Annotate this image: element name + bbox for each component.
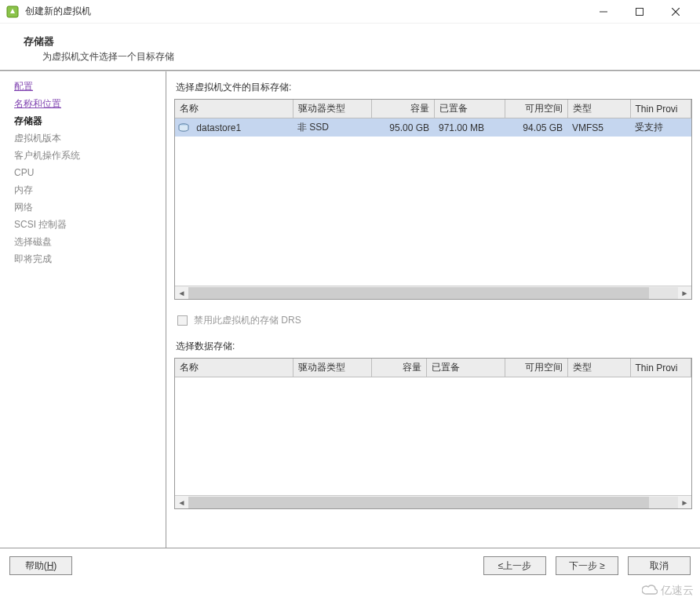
wizard-header: 存储器 为虚拟机文件选择一个目标存储 (0, 24, 700, 71)
minimize-button[interactable] (585, 0, 622, 24)
col-provisioned[interactable]: 已置备 (434, 100, 505, 118)
table-header-row: 名称 驱动器类型 容量 已置备 可用空间 类型 Thin Provi (175, 100, 691, 118)
cell-drive-type: 非 SSD (293, 118, 371, 137)
col-name[interactable]: 名称 (175, 359, 293, 377)
select-datastore-label: 选择数据存储: (176, 340, 692, 353)
sidebar-item-guest-os: 客户机操作系统 (14, 147, 166, 164)
table-empty-area (175, 377, 691, 495)
window-controls (585, 0, 694, 24)
cloud-icon (642, 585, 658, 598)
watermark: 亿速云 (642, 584, 694, 598)
wizard-steps-sidebar: 配置 名称和位置 存储器 虚拟机版本 客户机操作系统 CPU 内存 网络 SCS… (0, 71, 166, 548)
main-area: 配置 名称和位置 存储器 虚拟机版本 客户机操作系统 CPU 内存 网络 SCS… (0, 71, 700, 548)
table-header-row: 名称 驱动器类型 容量 已置备 可用空间 类型 Thin Provi (175, 359, 691, 377)
sidebar-item-disk: 选择磁盘 (14, 233, 166, 250)
cell-name: datastore1 (175, 118, 293, 137)
cell-capacity: 95.00 GB (371, 118, 434, 137)
col-type[interactable]: 类型 (567, 359, 630, 377)
button-bar: 帮助(H) ≤上一步 下一步 ≥ 取消 (0, 548, 700, 583)
next-button[interactable]: 下一步 ≥ (556, 556, 618, 575)
cell-provisioned: 971.00 MB (434, 118, 505, 137)
window-title: 创建新的虚拟机 (25, 5, 585, 18)
checkbox-icon (177, 315, 188, 326)
cell-name-text: datastore1 (196, 122, 241, 133)
back-button[interactable]: ≤上一步 (483, 556, 546, 575)
sidebar-item-vm-version: 虚拟机版本 (14, 129, 166, 147)
select-storage-label: 选择虚拟机文件的目标存储: (176, 81, 692, 94)
col-capacity[interactable]: 容量 (371, 359, 426, 377)
cell-type: VMFS5 (567, 118, 630, 137)
col-capacity[interactable]: 容量 (371, 100, 434, 118)
col-drive-type[interactable]: 驱动器类型 (293, 359, 371, 377)
col-free[interactable]: 可用空间 (505, 100, 567, 118)
scroll-left-icon[interactable]: ◄ (175, 497, 188, 508)
page-title: 存储器 (24, 35, 676, 49)
col-drive-type[interactable]: 驱动器类型 (293, 100, 371, 118)
sidebar-item-cpu: CPU (14, 164, 166, 181)
horizontal-scrollbar[interactable]: ◄ ► (175, 286, 691, 299)
watermark-text: 亿速云 (661, 584, 694, 598)
help-button[interactable]: 帮助(H) (9, 556, 72, 575)
scroll-left-icon[interactable]: ◄ (175, 287, 188, 299)
titlebar: 创建新的虚拟机 (0, 0, 700, 24)
sidebar-item-memory: 内存 (14, 181, 166, 199)
disable-drs-checkbox: 禁用此虚拟机的存储 DRS (177, 314, 692, 327)
maximize-button[interactable] (622, 0, 658, 24)
col-thin[interactable]: Thin Provi (630, 100, 691, 118)
col-type[interactable]: 类型 (567, 100, 630, 118)
right-pane: 选择虚拟机文件的目标存储: 名称 驱动器类型 容量 已置备 可用空间 类型 Th… (166, 71, 700, 548)
sidebar-item-name-location[interactable]: 名称和位置 (14, 95, 166, 112)
datastore-icon (178, 123, 189, 133)
disable-drs-label: 禁用此虚拟机的存储 DRS (194, 314, 301, 327)
cancel-button[interactable]: 取消 (628, 556, 691, 575)
col-provisioned[interactable]: 已置备 (426, 359, 505, 377)
sidebar-item-finish: 即将完成 (14, 250, 166, 268)
table-empty-area (175, 137, 691, 286)
col-thin[interactable]: Thin Provi (630, 359, 691, 377)
sidebar-item-storage: 存储器 (14, 112, 166, 129)
sidebar-item-configuration[interactable]: 配置 (14, 78, 166, 95)
svg-rect-2 (636, 8, 643, 15)
cell-free: 94.05 GB (505, 118, 567, 137)
scroll-right-icon[interactable]: ► (678, 497, 691, 508)
col-free[interactable]: 可用空间 (505, 359, 567, 377)
page-subtitle: 为虚拟机文件选择一个目标存储 (42, 50, 676, 64)
scroll-right-icon[interactable]: ► (678, 287, 691, 299)
cell-thin: 受支持 (630, 118, 691, 137)
vsphere-icon (6, 5, 19, 18)
storage-table: 名称 驱动器类型 容量 已置备 可用空间 类型 Thin Provi (174, 99, 692, 300)
sidebar-item-scsi: SCSI 控制器 (14, 216, 166, 233)
horizontal-scrollbar[interactable]: ◄ ► (175, 495, 691, 508)
col-name[interactable]: 名称 (175, 100, 293, 118)
table-row[interactable]: datastore1 非 SSD 95.00 GB 971.00 MB 94.0… (175, 118, 691, 137)
sidebar-item-network: 网络 (14, 199, 166, 216)
close-button[interactable] (658, 0, 694, 24)
datastore-table: 名称 驱动器类型 容量 已置备 可用空间 类型 Thin Provi ◄ ► (174, 358, 692, 509)
